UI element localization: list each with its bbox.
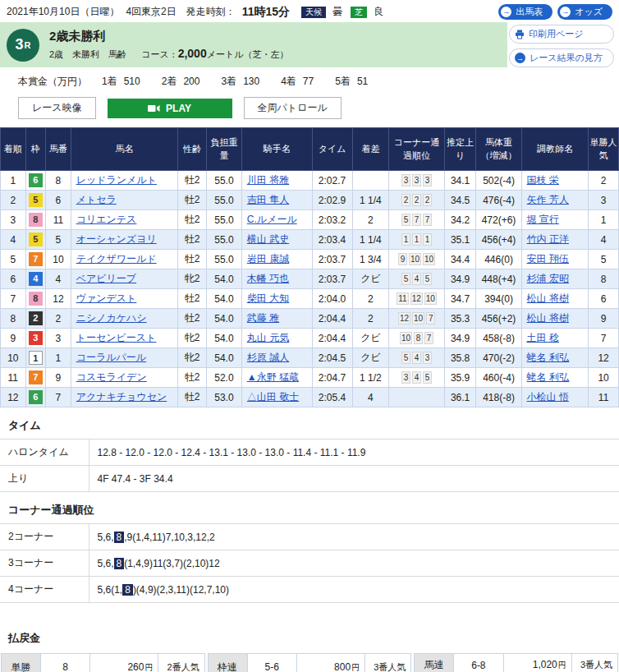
race-number-badge: 3R	[7, 29, 39, 62]
payout-row: 枠連5-6800円3番人気	[208, 654, 411, 672]
horse-number-cell: 1	[46, 348, 71, 368]
horse-name-link[interactable]: アクナキチョウセン	[76, 391, 167, 403]
column-header: 馬名	[71, 128, 178, 171]
horse-name-link[interactable]: ベアビリーブ	[76, 273, 136, 284]
trainer-link[interactable]: 蛯名 利弘	[527, 371, 569, 383]
top-bar: 2021年10月10日（日曜） 4回東京2日 発走時刻： 11時15分 天候 曇…	[0, 0, 619, 22]
last-3f-cell: 34.4	[444, 250, 476, 269]
win-favorite-cell: 1	[589, 210, 619, 230]
jockey-link[interactable]: 吉田 隼人	[247, 194, 289, 205]
jockey-link[interactable]: 横山 武史	[247, 233, 289, 245]
trainer-link[interactable]: 小桧山 悟	[527, 391, 569, 403]
horse-name-cell: ニシノカケハシ	[71, 309, 178, 329]
sex-age-cell: 牡2	[178, 388, 207, 407]
horse-name-link[interactable]: メトセラ	[76, 194, 117, 205]
finish-position-cell: 6	[1, 269, 26, 289]
frame-badge: 4	[29, 272, 43, 286]
horse-number-cell: 9	[46, 368, 71, 388]
win-favorite-cell: 6	[589, 289, 619, 309]
jockey-link[interactable]: 川田 将雅	[247, 174, 289, 186]
results-table: 着順枠馬番馬名性齢負担重量騎手名タイム着差コーナー通過順位推定上り馬体重（増減）…	[0, 127, 619, 407]
carried-weight-cell: 53.0	[206, 388, 241, 407]
corner-position: 9	[398, 253, 407, 265]
payout-amount-cell: 800円	[296, 654, 365, 672]
horse-name-link[interactable]: オーシャンズヨリ	[76, 233, 157, 245]
last-3f-cell: 34.2	[444, 210, 476, 230]
jockey-link[interactable]: 杉原 誠人	[247, 352, 289, 363]
column-header: 性齢	[178, 128, 207, 171]
finish-position-cell: 4	[1, 230, 26, 250]
corner-positions-cell: 12107	[389, 309, 444, 329]
horse-name-link[interactable]: レッドランメルト	[76, 174, 157, 186]
horse-name-cell: テイクザワールド	[71, 250, 178, 269]
trainer-link[interactable]: 杉浦 宏昭	[527, 273, 569, 284]
arrow-circle-icon: →	[560, 7, 571, 17]
horse-name-link[interactable]: トーセンビースト	[76, 332, 157, 343]
result-row: 256メトセラ牡255.0吉田 隼人2:02.91 1/422234.5476(…	[1, 191, 619, 210]
print-page-button[interactable]: 印刷用ページ	[509, 25, 614, 44]
payout-table: 馬連6-81,020円3番人気馬単8-62,000円5番人気3連複6-8-113…	[414, 653, 618, 672]
jockey-link[interactable]: 武藤 雅	[247, 312, 279, 324]
meeting-info: 4回東京2日	[126, 5, 176, 19]
jockey-link[interactable]: C.ルメール	[247, 214, 297, 225]
header-actions: 印刷用ページ → レース結果の見方	[507, 22, 619, 67]
time-cell: 2:03.7	[312, 269, 352, 289]
frame-cell: 1	[25, 348, 45, 368]
corner-positions-cell: 91010	[389, 250, 444, 269]
corner-row-value: 5,6(1,8)(4,9)(2,3,11)(12,7,10)	[89, 577, 619, 603]
course-distance: 2,000	[178, 47, 207, 60]
prize-value: 200	[183, 76, 199, 87]
corner-table: 2コーナー5,6,8,9(1,4,11)7,10,3,12,23コーナー5,6,…	[0, 523, 619, 603]
corner-position: 2	[412, 194, 421, 206]
payout-amount: 1,020	[533, 659, 557, 670]
horse-name-link[interactable]: コーラルパール	[76, 352, 146, 363]
time-cell: 2:04.4	[312, 329, 352, 348]
race-info: 2歳未勝利 2歳 未勝利 馬齢コース：2,000メートル（芝・左）	[49, 29, 288, 61]
trainer-link[interactable]: 蛯名 利弘	[527, 352, 569, 363]
finish-position-cell: 12	[1, 388, 26, 407]
trainer-link[interactable]: 国枝 栄	[527, 174, 559, 186]
corner-order-text: )(4,9)(2,3,11)(12,7,10)	[133, 584, 229, 596]
trainer-link[interactable]: 松山 将樹	[527, 292, 569, 304]
horse-name-link[interactable]: コスモライデン	[76, 371, 147, 383]
print-page-label: 印刷用ページ	[529, 28, 584, 40]
jockey-link[interactable]: ▲永野 猛蔵	[247, 371, 299, 383]
jockey-link[interactable]: 丸山 元気	[247, 332, 289, 343]
trainer-link[interactable]: 矢作 芳人	[527, 194, 569, 205]
jockey-link[interactable]: 木幡 巧也	[247, 273, 289, 284]
time-cell: 2:04.4	[312, 309, 352, 329]
corner-row-value: 5,6,8,9(1,4,11)7,10,3,12,2	[89, 524, 619, 550]
column-header: 負担重量	[206, 128, 241, 171]
odds-button[interactable]: → オッズ	[557, 4, 612, 20]
play-button[interactable]: PLAY	[108, 99, 232, 118]
trainer-link[interactable]: 竹内 正洋	[527, 233, 569, 245]
currency-suffix: 円	[144, 663, 153, 672]
corner-body: 2コーナー5,6,8,9(1,4,11)7,10,3,12,23コーナー5,6,…	[0, 524, 619, 603]
results-guide-button[interactable]: → レース結果の見方	[509, 48, 614, 67]
result-row: 1011コーラルパール牝254.0杉原 誠人2:04.5クビ54335.8470…	[1, 348, 619, 368]
corner-position: 4	[412, 273, 421, 285]
patrol-video-button[interactable]: 全周パトロール	[244, 97, 342, 119]
corner-position: 3	[412, 174, 421, 186]
horse-name-link[interactable]: ヴァンデスト	[76, 292, 137, 304]
horse-number-cell: 8	[46, 171, 71, 191]
jockey-cell: 武藤 雅	[241, 309, 312, 329]
jockey-link[interactable]: △山田 敬士	[247, 391, 299, 403]
trainer-link[interactable]: 土田 稔	[527, 332, 559, 343]
jockey-link[interactable]: 岩田 康誠	[247, 253, 289, 265]
result-row: 822ニシノカケハシ牡254.0武藤 雅2:04.421210735.3456(…	[1, 309, 619, 329]
result-row: 5710テイクザワールド牡255.0岩田 康誠2:03.71 3/4910103…	[1, 250, 619, 269]
race-header: 3R 2歳未勝利 2歳 未勝利 馬齢コース：2,000メートル（芝・左）	[0, 22, 507, 67]
trainer-link[interactable]: 安田 翔伍	[527, 253, 569, 265]
trainer-cell: 蛯名 利弘	[521, 368, 589, 388]
horse-name-link[interactable]: コリエンテス	[76, 214, 137, 225]
trainer-link[interactable]: 堀 宣行	[527, 214, 559, 225]
horse-name-link[interactable]: テイクザワールド	[76, 253, 157, 265]
jockey-cell: 岩田 康誠	[241, 250, 312, 269]
race-video-button[interactable]: レース映像	[18, 97, 96, 119]
horse-name-link[interactable]: ニシノカケハシ	[76, 312, 147, 324]
frame-cell: 5	[25, 191, 45, 210]
trainer-link[interactable]: 松山 将樹	[527, 312, 569, 324]
racecard-button[interactable]: → 出馬表	[498, 4, 553, 20]
jockey-link[interactable]: 柴田 大知	[247, 292, 289, 304]
